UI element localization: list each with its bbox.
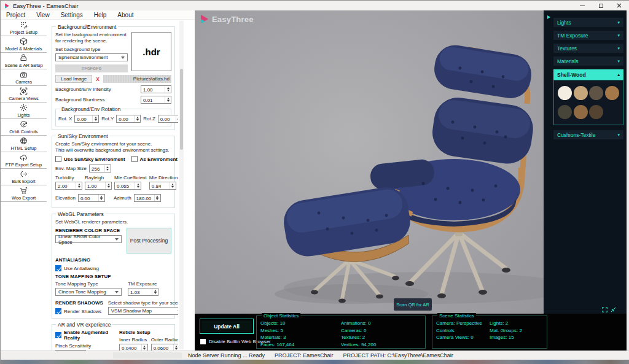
accordion-shell-wood[interactable]: Shell-Wood▴ <box>553 69 623 80</box>
fullscreen-icon[interactable] <box>602 307 608 312</box>
wood-swatch[interactable] <box>589 86 603 100</box>
spinner-arrows[interactable] <box>165 96 171 103</box>
wood-swatch[interactable] <box>574 105 588 119</box>
group-webgl: WebGL Parameters Set WebGL renderer para… <box>52 214 175 319</box>
spinner-arrows[interactable] <box>176 115 178 122</box>
stat-vertices: Vertices: 94,200 <box>341 341 421 349</box>
accordion-list: Lights▾ TM Exposure▾ Textures▾ Materials… <box>553 18 623 143</box>
load-image-button[interactable]: Load Image <box>55 75 92 83</box>
sun-icon <box>20 104 28 112</box>
viewport-canvas[interactable]: EasyThree Scan QR for AR <box>195 10 544 314</box>
inner-radius-spinner[interactable]: 0.0400 <box>119 344 148 350</box>
sidebar-item-model-materials[interactable]: Model & Materials <box>1 36 47 53</box>
use-antialiasing-checkbox[interactable] <box>55 265 61 271</box>
rayleigh-spinner[interactable]: 1.00 <box>85 182 112 190</box>
spinner-arrows[interactable] <box>152 288 158 295</box>
sidebar-item-ftp-export-setup[interactable]: FTP Export Setup <box>1 152 47 169</box>
wood-swatch[interactable] <box>574 86 588 100</box>
as-env-map-checkbox[interactable] <box>131 156 138 162</box>
spinner-arrows[interactable] <box>141 344 147 350</box>
accordion-materials[interactable]: Materials▾ <box>553 56 623 66</box>
sidebar-item-scene-ar-setup[interactable]: Scene & AR Setup <box>1 53 47 69</box>
disable-browser-checkbox[interactable] <box>200 339 206 344</box>
orbit-icon <box>20 120 28 128</box>
accordion-textures[interactable]: Textures▾ <box>553 44 623 53</box>
spinner-arrows[interactable] <box>173 344 178 350</box>
colorspace-select[interactable]: Linear SRGB Color Space <box>55 235 122 243</box>
rot-y-spinner[interactable]: 0.00 <box>116 115 141 123</box>
render-shadows-checkbox[interactable] <box>55 308 61 314</box>
status-project: PROJECT: EamesChair <box>275 352 334 358</box>
settings-scrollbar[interactable] <box>179 21 184 349</box>
spinner-arrows[interactable] <box>105 182 111 189</box>
tm-exposure-spinner[interactable]: 1.03 <box>128 288 158 296</box>
app-window: EasyThree - EamesChair Project View Sett… <box>0 0 629 364</box>
spinner-arrows[interactable] <box>134 115 140 122</box>
background-type-select[interactable]: Spherical Environment <box>55 53 128 61</box>
azimuth-spinner[interactable]: 180.00 <box>134 194 161 202</box>
sidebar-item-camera[interactable]: Camera <box>1 69 47 86</box>
sidebar-item-project-setup[interactable]: Project Setup <box>1 20 47 36</box>
wood-swatch[interactable] <box>558 86 572 100</box>
outer-radius-spinner[interactable]: 0.0600 <box>151 344 178 350</box>
accordion-tm-exposure[interactable]: TM Exposure▾ <box>553 31 623 40</box>
maximize-button[interactable] <box>592 1 610 10</box>
elevation-spinner[interactable]: 0.00 <box>78 194 105 202</box>
intensity-spinner[interactable]: 1.00 <box>141 85 171 93</box>
turbidity-spinner[interactable]: 2.00 <box>55 182 82 190</box>
image-path-field[interactable]: Pictures\atlas.hd <box>103 75 171 83</box>
stat-camera-type: Camera: Perspective <box>436 320 490 327</box>
menu-item-view[interactable]: View <box>31 12 55 18</box>
post-processing-button[interactable]: Post Processing <box>127 228 171 254</box>
tone-mapping-select[interactable]: Cineon Tone Mapping <box>55 288 122 296</box>
settings-panel: Background/Environment Set the backgroun… <box>47 20 178 350</box>
update-all-button[interactable]: Update All <box>200 319 254 334</box>
spinner-arrows[interactable] <box>165 86 171 93</box>
accordion-cushions-textile[interactable]: Cushions-Textile▾ <box>553 130 623 139</box>
sidebar-item-bulk-export[interactable]: Bulk Export <box>1 169 47 185</box>
wood-swatch[interactable] <box>589 105 603 119</box>
sidebar-item-lights[interactable]: Lights <box>1 103 47 119</box>
menu-item-help[interactable]: Help <box>88 12 112 18</box>
use-sunsky-checkbox[interactable] <box>55 156 61 162</box>
spinner-arrows[interactable] <box>104 165 111 172</box>
scrollbar-thumb[interactable] <box>180 69 183 150</box>
panel-collapse-icon[interactable] <box>547 15 550 19</box>
sidebar-item-camera-views[interactable]: Camera Views <box>1 86 47 103</box>
spinner-arrows[interactable] <box>92 115 98 122</box>
background-color-button[interactable]: #F6F6F6 <box>55 64 128 72</box>
eames-chair-render <box>195 10 544 314</box>
bulk-export-icon <box>20 170 28 178</box>
spinner-arrows[interactable] <box>154 195 160 201</box>
mie-directionalg-spinner[interactable]: 0.84 <box>149 182 176 190</box>
close-button[interactable] <box>610 1 628 10</box>
expand-icon[interactable] <box>611 307 616 312</box>
cart-icon <box>20 187 28 195</box>
scan-qr-button[interactable]: Scan QR for AR <box>394 298 432 311</box>
accordion-lights[interactable]: Lights▾ <box>553 18 623 27</box>
rot-z-spinner[interactable]: 0.00 <box>158 115 178 123</box>
env-map-size-spinner[interactable]: 256 <box>89 165 111 172</box>
spinner-arrows[interactable] <box>98 195 104 201</box>
menu-item-project[interactable]: Project <box>1 12 31 18</box>
materials-panel: Lights▾ TM Exposure▾ Textures▾ Materials… <box>544 10 629 314</box>
spinner-arrows[interactable] <box>76 182 82 189</box>
shadow-type-select[interactable]: VSM Shadow Map <box>108 307 178 315</box>
rot-x-spinner[interactable]: 0.00 <box>74 115 99 123</box>
wood-swatch[interactable] <box>558 105 572 119</box>
enable-ar-checkbox[interactable] <box>55 332 61 338</box>
clear-image-button[interactable]: X <box>95 76 101 82</box>
menu-item-about[interactable]: About <box>112 12 139 18</box>
spinner-arrows[interactable] <box>135 182 141 189</box>
spinner-arrows[interactable] <box>170 182 176 189</box>
sidebar-item-html-setup[interactable]: HTML Setup <box>1 136 47 152</box>
blurriness-spinner[interactable]: 0.01 <box>141 96 171 104</box>
sidebar-item-orbit-controls[interactable]: Orbit Controls <box>1 119 47 136</box>
minimize-button[interactable] <box>573 1 592 10</box>
sidebar-item-woo-export[interactable]: Woo Export <box>1 185 47 202</box>
scene-statistics-group: Scene Statistics Camera: Perspective Con… <box>432 316 547 349</box>
menu-item-settings[interactable]: Settings <box>55 12 88 18</box>
mie-coefficient-spinner[interactable]: 0.065 <box>114 182 141 190</box>
panel-corner-tools <box>602 307 616 312</box>
wood-swatch[interactable] <box>605 86 619 100</box>
